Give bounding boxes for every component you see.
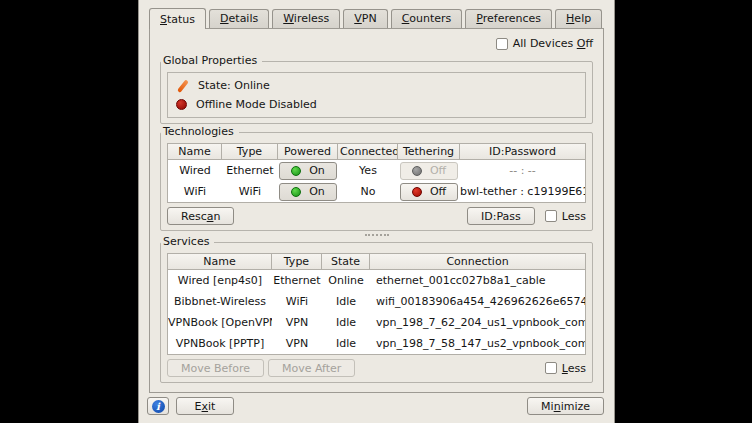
offline-mode-label: Offline Mode Disabled [196,98,317,111]
table-row: Wired Ethernet On Yes Off -- : -- [168,160,585,181]
exit-button[interactable]: Exit [176,397,234,415]
label-mnemonic: D [220,12,228,25]
technologies-header: Name Type Powered Connected Tethering ID… [168,144,585,160]
label-text: it [208,400,215,413]
move-before-button: Move Before [167,359,264,377]
table-row[interactable]: Bibbnet-Wireless WiFi Idle wifi_00183906… [168,291,585,312]
tethering-toggle-button: Off [400,162,458,180]
tab-status[interactable]: Status [149,8,206,29]
table-row[interactable]: VPNBook [PPTP] VPN Idle vpn_198_7_58_147… [168,333,585,354]
column-header: Connection [370,254,585,270]
services-less-row: Less [545,362,586,375]
powered-toggle-button[interactable]: On [279,183,337,201]
tech-type: WiFi [222,185,278,198]
service-type: VPN [272,316,322,329]
label-text: Mi [541,400,554,413]
label-text: Less [562,210,586,223]
info-icon: i [152,400,165,413]
technologies-button-row: Rescan ID:Pass Less [167,207,586,225]
services-group: Services Name Type State Connection Wire… [160,242,593,383]
splitter-handle[interactable] [160,231,593,238]
service-connection: ethernet_001cc027b8a1_cable [370,274,585,287]
service-name: Wired [enp4s0] [168,274,272,287]
column-header: Name [168,144,222,160]
dialog-footer: i Exit Minimize [139,393,614,423]
tab-label: Counters [402,12,452,25]
tethering-cell: Off [398,162,460,180]
label-mnemonic: n [554,400,561,413]
tethering-label: Off [430,164,446,177]
tech-type: Ethernet [222,164,278,177]
label-text: ff [585,37,593,50]
minimize-button[interactable]: Minimize [527,397,604,415]
table-row[interactable]: Wired [enp4s0] Ethernet Online ethernet_… [168,270,585,291]
column-header: ID:Password [460,144,585,160]
offline-mode-icon [176,99,187,110]
global-properties-group: Global Properties State: Online Offline … [160,61,593,124]
tab-help[interactable]: Help [555,9,602,28]
service-state: Online [322,274,370,287]
tab-label: Wireless [283,12,329,25]
powered-toggle-button[interactable]: On [279,162,337,180]
label-text: etails [229,12,259,25]
service-state: Idle [322,316,370,329]
connected-value: Yes [338,164,398,177]
service-connection: vpn_198_7_58_147_us2_vpnbook_com [370,337,585,350]
tab-vpn[interactable]: VPN [343,9,387,28]
column-header: Connected [338,144,398,160]
info-button[interactable]: i [147,397,169,415]
technologies-group: Technologies Name Type Powered Connected… [160,132,593,231]
powered-cell: On [278,183,338,201]
label-mnemonic: a [207,210,214,223]
tab-label: Details [220,12,258,25]
tab-wireless[interactable]: Wireless [272,9,340,28]
global-properties-panel: State: Online Offline Mode Disabled [167,72,586,118]
tab-details[interactable]: Details [209,9,269,28]
move-after-button: Move After [268,359,355,377]
services-header: Name Type State Connection [168,254,585,270]
id-password-value: bwl-tether : c19199E61 [460,185,585,198]
service-connection: vpn_198_7_62_204_us1_vpnbook_com [370,316,585,329]
tab-counters[interactable]: Counters [391,9,463,28]
services-button-row: Move Before Move After Less [167,359,586,377]
service-name: VPNBook [OpenVPN] [168,316,272,329]
column-header: Powered [278,144,338,160]
powered-cell: On [278,162,338,180]
label-mnemonic: W [283,12,294,25]
offline-mode-row: Offline Mode Disabled [176,95,577,114]
tab-label: VPN [354,12,376,25]
led-gray-icon [412,166,422,176]
service-state: Idle [322,337,370,350]
cmst-window: Status Details Wireless VPN Counters Pre… [138,0,615,423]
service-type: Ethernet [272,274,322,287]
tab-label: Status [160,13,195,26]
label-text: references [483,12,541,25]
table-row[interactable]: VPNBook [OpenVPN] VPN Idle vpn_198_7_62_… [168,312,585,333]
technologies-less-checkbox[interactable] [545,210,557,222]
less-label: Less [562,362,586,375]
all-devices-off-label: All Devices Off [513,37,593,50]
rescan-button[interactable]: Rescan [167,207,234,225]
label-text: imize [561,400,590,413]
state-label: State: Online [198,79,270,92]
label-text: elp [574,12,591,25]
id-pass-button[interactable]: ID:Pass [467,207,535,225]
column-header: State [322,254,370,270]
tab-preferences[interactable]: Preferences [465,9,552,28]
connected-value: No [338,185,398,198]
label-text: All Devices [513,37,577,50]
pencil-icon [176,79,189,93]
led-red-icon [412,187,422,197]
column-header: Type [222,144,278,160]
tab-label: Help [566,12,591,25]
all-devices-off-row: All Devices Off [160,35,593,52]
tech-name: WiFi [168,185,222,198]
services-title: Services [161,235,214,249]
label-text: Resc [181,210,207,223]
table-row: WiFi WiFi On No Off bwl-tether : c19199E… [168,181,585,202]
tethering-toggle-button[interactable]: Off [400,183,458,201]
global-properties-title: Global Properties [161,54,262,68]
all-devices-off-checkbox[interactable] [496,38,508,50]
services-less-checkbox[interactable] [545,362,557,374]
service-state: Idle [322,295,370,308]
